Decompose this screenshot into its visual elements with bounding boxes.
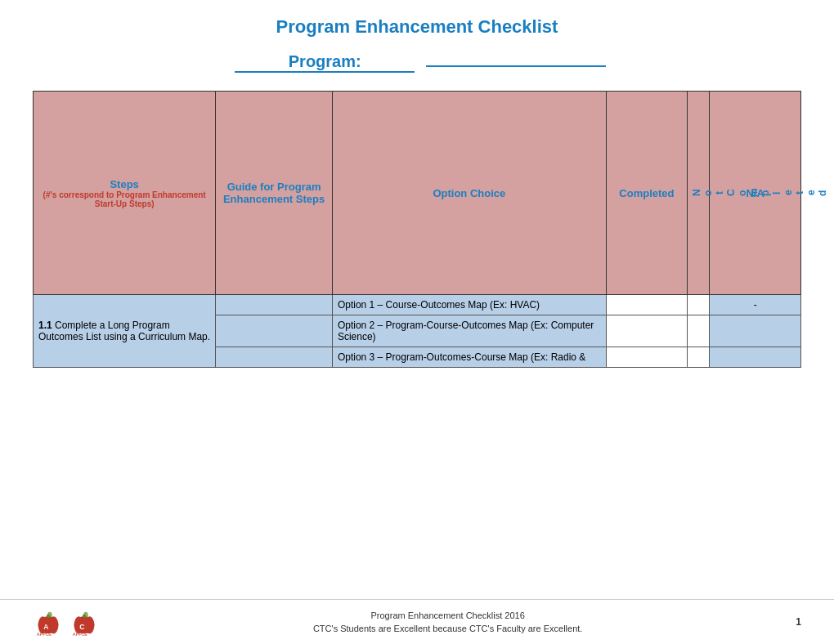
header-steps-main: Steps <box>38 178 210 190</box>
option-label: Option 1 – Course-Outcomes Map (Ex: HVAC… <box>338 299 540 311</box>
apple-logo-2: C APPLE <box>69 606 100 637</box>
option-cell-2: Option 2 – Program-Course-Outcomes Map (… <box>332 315 606 347</box>
header-completed: Completed <box>606 92 687 295</box>
option-cell-1: Option 1 – Course-Outcomes Map (Ex: HVAC… <box>332 295 606 315</box>
option-label: Option 3 – Program-Outcomes-Course Map (… <box>338 351 585 363</box>
footer-line1: Program Enhancement Checklist 2016 <box>100 609 796 623</box>
svg-point-2 <box>49 616 58 633</box>
svg-text:A: A <box>43 623 48 631</box>
na-cell-2 <box>710 315 801 347</box>
header-steps: Steps (#'s correspond to Program Enhance… <box>34 92 216 295</box>
program-label: Program: <box>235 52 415 73</box>
main-title: Program Enhancement Checklist <box>33 16 801 38</box>
footer-page-number: 1 <box>796 616 801 628</box>
footer: A APPLE C APPLE Program Enhancement Chec… <box>0 599 834 644</box>
step-cell-1: 1.1 Complete a Long Program Outcomes Lis… <box>34 295 216 368</box>
step-text: Complete a Long Program Outcomes List us… <box>38 320 210 342</box>
header-guide: Guide for Program Enhancement Steps <box>216 92 333 295</box>
na-cell-1: - <box>710 295 801 315</box>
svg-point-3 <box>47 612 52 619</box>
option-label: Option 2 – Program-Course-Outcomes Map (… <box>338 320 594 342</box>
footer-line2: CTC's Students are Excellent because CTC… <box>100 622 796 636</box>
footer-logos: A APPLE C APPLE <box>33 606 100 637</box>
guide-cell-2 <box>216 315 333 347</box>
svg-text:APPLE: APPLE <box>73 632 88 637</box>
header-steps-sub: (#'s correspond to Program Enhancement S… <box>38 190 210 208</box>
program-underline <box>426 65 606 67</box>
not-completed-cell-3 <box>688 347 710 368</box>
page: Program Enhancement Checklist Program: S… <box>0 0 834 644</box>
table-header-row: Steps (#'s correspond to Program Enhance… <box>34 92 801 295</box>
svg-point-8 <box>85 616 94 633</box>
header-not-completed: NotCompleted <box>688 92 710 295</box>
footer-text: Program Enhancement Checklist 2016 CTC's… <box>100 609 796 636</box>
svg-point-9 <box>83 612 88 619</box>
svg-text:APPLE: APPLE <box>37 632 52 637</box>
na-cell-3 <box>710 347 801 368</box>
step-number: 1.1 <box>38 320 52 331</box>
not-completed-cell-1 <box>688 295 710 315</box>
completed-cell-2 <box>606 315 687 347</box>
completed-cell-1 <box>606 295 687 315</box>
header-not-completed-label: NotCompleted <box>689 95 830 291</box>
checklist-table: Steps (#'s correspond to Program Enhance… <box>33 91 801 368</box>
program-line: Program: <box>33 52 801 73</box>
header-option: Option Choice <box>332 92 606 295</box>
apple-logo-1: A APPLE <box>33 606 64 637</box>
option-cell-3: Option 3 – Program-Outcomes-Course Map (… <box>332 347 606 368</box>
guide-cell-3 <box>216 347 333 368</box>
table-row: 1.1 Complete a Long Program Outcomes Lis… <box>34 295 801 315</box>
completed-cell-3 <box>606 347 687 368</box>
not-completed-cell-2 <box>688 315 710 347</box>
guide-cell-1 <box>216 295 333 315</box>
svg-text:C: C <box>79 623 84 631</box>
